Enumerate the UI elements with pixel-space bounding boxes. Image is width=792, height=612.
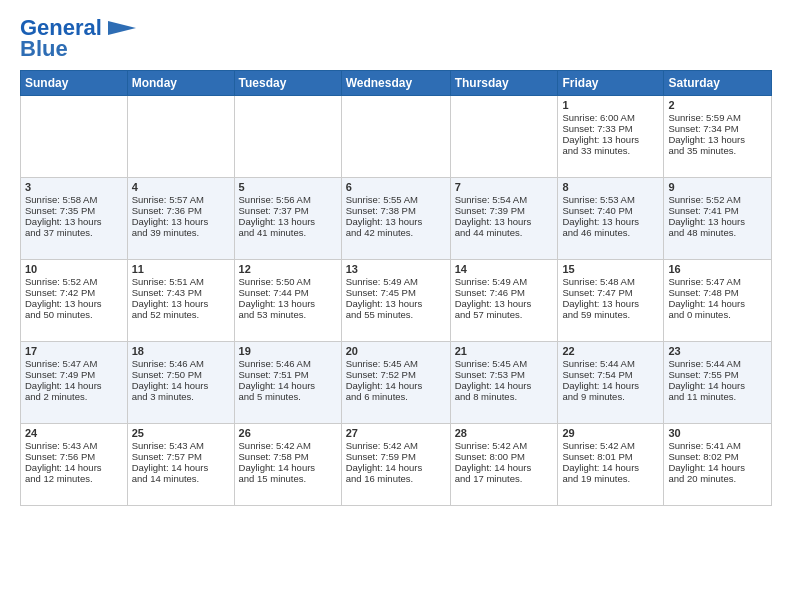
day-info: and 52 minutes. (132, 309, 230, 320)
page: General Blue SundayMondayTuesdayWednesda… (0, 0, 792, 516)
day-info: Sunrise: 5:50 AM (239, 276, 337, 287)
day-info: Sunset: 7:45 PM (346, 287, 446, 298)
day-number: 28 (455, 427, 554, 439)
calendar-cell-3-0: 17Sunrise: 5:47 AMSunset: 7:49 PMDayligh… (21, 342, 128, 424)
day-info: Daylight: 14 hours (346, 462, 446, 473)
calendar-cell-4-2: 26Sunrise: 5:42 AMSunset: 7:58 PMDayligh… (234, 424, 341, 506)
day-info: Daylight: 13 hours (25, 298, 123, 309)
day-number: 8 (562, 181, 659, 193)
day-info: Sunset: 7:57 PM (132, 451, 230, 462)
calendar-cell-2-2: 12Sunrise: 5:50 AMSunset: 7:44 PMDayligh… (234, 260, 341, 342)
day-info: Sunset: 7:56 PM (25, 451, 123, 462)
day-info: and 35 minutes. (668, 145, 767, 156)
day-info: Daylight: 14 hours (455, 380, 554, 391)
calendar-cell-1-2: 5Sunrise: 5:56 AMSunset: 7:37 PMDaylight… (234, 178, 341, 260)
day-info: and 46 minutes. (562, 227, 659, 238)
calendar-header-thursday: Thursday (450, 71, 558, 96)
day-number: 7 (455, 181, 554, 193)
day-info: Sunrise: 5:44 AM (668, 358, 767, 369)
day-number: 12 (239, 263, 337, 275)
day-info: Sunrise: 5:48 AM (562, 276, 659, 287)
day-info: Sunset: 7:33 PM (562, 123, 659, 134)
day-info: Sunrise: 5:42 AM (455, 440, 554, 451)
calendar-cell-0-0 (21, 96, 128, 178)
logo-blue: Blue (20, 36, 68, 62)
calendar-cell-1-4: 7Sunrise: 5:54 AMSunset: 7:39 PMDaylight… (450, 178, 558, 260)
day-info: Sunrise: 5:42 AM (562, 440, 659, 451)
day-info: Sunrise: 5:57 AM (132, 194, 230, 205)
day-info: Daylight: 13 hours (239, 216, 337, 227)
calendar-cell-0-5: 1Sunrise: 6:00 AMSunset: 7:33 PMDaylight… (558, 96, 664, 178)
day-info: Sunset: 7:36 PM (132, 205, 230, 216)
day-info: Sunset: 8:00 PM (455, 451, 554, 462)
day-info: Sunrise: 5:47 AM (25, 358, 123, 369)
calendar-header-row: SundayMondayTuesdayWednesdayThursdayFrid… (21, 71, 772, 96)
day-info: and 37 minutes. (25, 227, 123, 238)
svg-marker-0 (108, 21, 136, 35)
day-info: Sunset: 7:48 PM (668, 287, 767, 298)
day-info: Sunset: 7:54 PM (562, 369, 659, 380)
day-info: Sunrise: 5:51 AM (132, 276, 230, 287)
day-info: Daylight: 14 hours (132, 380, 230, 391)
day-number: 3 (25, 181, 123, 193)
day-info: Sunset: 7:52 PM (346, 369, 446, 380)
day-info: and 19 minutes. (562, 473, 659, 484)
day-info: and 6 minutes. (346, 391, 446, 402)
calendar-cell-4-3: 27Sunrise: 5:42 AMSunset: 7:59 PMDayligh… (341, 424, 450, 506)
day-info: Sunrise: 5:46 AM (239, 358, 337, 369)
day-number: 13 (346, 263, 446, 275)
calendar-cell-3-4: 21Sunrise: 5:45 AMSunset: 7:53 PMDayligh… (450, 342, 558, 424)
day-number: 19 (239, 345, 337, 357)
day-info: Sunset: 7:41 PM (668, 205, 767, 216)
day-info: Sunrise: 5:54 AM (455, 194, 554, 205)
day-info: Daylight: 13 hours (132, 298, 230, 309)
day-info: and 57 minutes. (455, 309, 554, 320)
calendar-week-1: 3Sunrise: 5:58 AMSunset: 7:35 PMDaylight… (21, 178, 772, 260)
day-info: Daylight: 13 hours (132, 216, 230, 227)
calendar-cell-0-6: 2Sunrise: 5:59 AMSunset: 7:34 PMDaylight… (664, 96, 772, 178)
calendar-cell-2-1: 11Sunrise: 5:51 AMSunset: 7:43 PMDayligh… (127, 260, 234, 342)
day-info: Sunrise: 5:41 AM (668, 440, 767, 451)
calendar-week-0: 1Sunrise: 6:00 AMSunset: 7:33 PMDaylight… (21, 96, 772, 178)
day-info: Sunset: 7:49 PM (25, 369, 123, 380)
day-info: Sunset: 8:01 PM (562, 451, 659, 462)
day-info: and 20 minutes. (668, 473, 767, 484)
day-info: and 0 minutes. (668, 309, 767, 320)
day-info: Daylight: 13 hours (455, 216, 554, 227)
day-number: 24 (25, 427, 123, 439)
calendar-header-wednesday: Wednesday (341, 71, 450, 96)
day-info: Sunset: 7:43 PM (132, 287, 230, 298)
calendar-header-monday: Monday (127, 71, 234, 96)
day-info: Daylight: 13 hours (346, 298, 446, 309)
calendar-cell-4-5: 29Sunrise: 5:42 AMSunset: 8:01 PMDayligh… (558, 424, 664, 506)
day-info: and 5 minutes. (239, 391, 337, 402)
calendar-cell-2-0: 10Sunrise: 5:52 AMSunset: 7:42 PMDayligh… (21, 260, 128, 342)
day-info: Sunset: 7:59 PM (346, 451, 446, 462)
day-info: and 2 minutes. (25, 391, 123, 402)
day-number: 5 (239, 181, 337, 193)
day-info: Sunset: 7:51 PM (239, 369, 337, 380)
calendar-cell-3-2: 19Sunrise: 5:46 AMSunset: 7:51 PMDayligh… (234, 342, 341, 424)
day-info: Daylight: 14 hours (346, 380, 446, 391)
calendar-cell-3-6: 23Sunrise: 5:44 AMSunset: 7:55 PMDayligh… (664, 342, 772, 424)
calendar-cell-2-3: 13Sunrise: 5:49 AMSunset: 7:45 PMDayligh… (341, 260, 450, 342)
calendar-week-4: 24Sunrise: 5:43 AMSunset: 7:56 PMDayligh… (21, 424, 772, 506)
day-info: Sunrise: 5:49 AM (455, 276, 554, 287)
day-info: and 39 minutes. (132, 227, 230, 238)
day-info: Daylight: 14 hours (562, 462, 659, 473)
day-info: Sunrise: 5:47 AM (668, 276, 767, 287)
day-info: and 17 minutes. (455, 473, 554, 484)
day-number: 6 (346, 181, 446, 193)
day-info: Daylight: 14 hours (668, 380, 767, 391)
day-number: 9 (668, 181, 767, 193)
calendar-cell-1-6: 9Sunrise: 5:52 AMSunset: 7:41 PMDaylight… (664, 178, 772, 260)
day-number: 23 (668, 345, 767, 357)
calendar-cell-2-6: 16Sunrise: 5:47 AMSunset: 7:48 PMDayligh… (664, 260, 772, 342)
calendar-cell-2-5: 15Sunrise: 5:48 AMSunset: 7:47 PMDayligh… (558, 260, 664, 342)
calendar-cell-1-1: 4Sunrise: 5:57 AMSunset: 7:36 PMDaylight… (127, 178, 234, 260)
calendar-cell-3-1: 18Sunrise: 5:46 AMSunset: 7:50 PMDayligh… (127, 342, 234, 424)
day-info: Sunrise: 5:42 AM (346, 440, 446, 451)
calendar-cell-3-5: 22Sunrise: 5:44 AMSunset: 7:54 PMDayligh… (558, 342, 664, 424)
day-info: Sunrise: 5:55 AM (346, 194, 446, 205)
calendar-cell-3-3: 20Sunrise: 5:45 AMSunset: 7:52 PMDayligh… (341, 342, 450, 424)
